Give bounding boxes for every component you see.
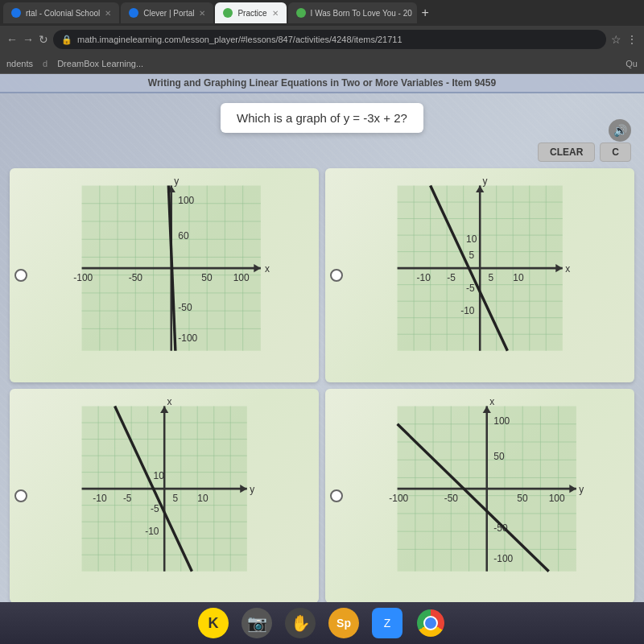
main-content: Writing and Graphing Linear Equations in… bbox=[0, 74, 644, 623]
svg-text:-10: -10 bbox=[93, 493, 107, 504]
clear-button[interactable]: CLEAR bbox=[538, 142, 595, 162]
address-bar[interactable]: 🔒 math.imaginelearning.com/lesson_player… bbox=[53, 30, 606, 49]
radio-a[interactable] bbox=[14, 269, 27, 282]
graph-option-d[interactable]: y x -50 50 100 -100 50 100 -50 -100 bbox=[325, 389, 634, 603]
tab-colonial[interactable]: rtal - Colonial School ✕ bbox=[3, 2, 119, 23]
sp-label: Sp bbox=[336, 617, 351, 630]
tab-close-practice[interactable]: ✕ bbox=[272, 9, 279, 18]
svg-text:100: 100 bbox=[493, 415, 510, 427]
bookmarks-bar: ndents d DreamBox Learning... Qu bbox=[0, 53, 644, 74]
tab-close[interactable]: ✕ bbox=[105, 9, 111, 18]
tab-label: rtal - Colonial School bbox=[26, 9, 100, 18]
svg-text:-100: -100 bbox=[493, 553, 513, 564]
reload-button[interactable]: ↻ bbox=[39, 33, 48, 46]
svg-text:50: 50 bbox=[493, 452, 505, 463]
bookmark-separator: d bbox=[43, 59, 47, 68]
bookmark-dreambox[interactable]: DreamBox Learning... bbox=[57, 59, 143, 68]
svg-text:10: 10 bbox=[466, 233, 477, 245]
speakup-icon[interactable]: Sp bbox=[328, 608, 359, 638]
lesson-title: Writing and Graphing Linear Equations in… bbox=[148, 77, 496, 89]
svg-text:100: 100 bbox=[233, 272, 249, 283]
svg-text:10: 10 bbox=[513, 272, 524, 283]
tab-favicon-practice bbox=[223, 8, 233, 18]
radio-d[interactable] bbox=[330, 489, 343, 502]
graph-option-b[interactable]: x y 5 10 -5 -10 5 10 -5 -10 bbox=[325, 168, 634, 382]
svg-text:-10: -10 bbox=[416, 272, 431, 283]
bookmark-qa[interactable]: Qu bbox=[625, 59, 638, 68]
svg-text:y: y bbox=[482, 179, 487, 187]
address-bar-row: ← → ↻ 🔒 math.imaginelearning.com/lesson_… bbox=[0, 26, 644, 53]
svg-text:-10: -10 bbox=[145, 526, 159, 537]
tab-bar: rtal - Colonial School ✕ Clever | Portal… bbox=[0, 0, 644, 26]
graph-d-svg: y x -50 50 100 -100 50 100 -50 -100 bbox=[349, 399, 611, 592]
tab-label-practice: Practice bbox=[237, 9, 266, 18]
svg-text:-50: -50 bbox=[129, 272, 143, 283]
hand-label: ✋ bbox=[291, 613, 311, 633]
svg-text:x: x bbox=[265, 264, 270, 275]
svg-text:-100: -100 bbox=[389, 493, 408, 504]
svg-text:x: x bbox=[489, 399, 494, 407]
back-button[interactable]: ← bbox=[6, 33, 18, 46]
svg-text:10: 10 bbox=[197, 493, 208, 504]
svg-text:y: y bbox=[250, 485, 254, 496]
tab-practice[interactable]: Practice ✕ bbox=[215, 2, 286, 23]
graph-option-a[interactable]: x y -50 50 100 -100 60 100 -50 -100 bbox=[10, 168, 319, 382]
graph-b-svg: x y 5 10 -5 -10 5 10 -5 -10 bbox=[349, 179, 611, 371]
new-tab-button[interactable]: + bbox=[419, 6, 432, 20]
svg-text:x: x bbox=[167, 399, 171, 407]
tab-label-clever: Clever | Portal bbox=[143, 9, 194, 18]
svg-text:-50: -50 bbox=[444, 493, 459, 504]
menu-icon[interactable]: ⋮ bbox=[626, 33, 638, 46]
svg-text:100: 100 bbox=[548, 493, 564, 504]
kahoot-icon[interactable]: K bbox=[198, 608, 229, 638]
svg-text:-50: -50 bbox=[178, 302, 192, 313]
svg-text:10: 10 bbox=[153, 470, 164, 481]
svg-text:50: 50 bbox=[201, 272, 213, 283]
forward-button[interactable]: → bbox=[23, 33, 34, 46]
check-button[interactable]: C bbox=[600, 142, 631, 162]
browser-chrome: rtal - Colonial School ✕ Clever | Portal… bbox=[0, 0, 644, 74]
svg-text:-5: -5 bbox=[123, 493, 132, 504]
svg-text:100: 100 bbox=[178, 195, 194, 206]
lesson-header: Writing and Graphing Linear Equations in… bbox=[0, 74, 644, 93]
star-icon[interactable]: ☆ bbox=[611, 33, 621, 46]
hand-taskbar-icon[interactable]: ✋ bbox=[285, 608, 316, 638]
svg-text:y: y bbox=[579, 485, 584, 496]
question-container: Which is a graph of y = -3x + 2? bbox=[0, 93, 644, 139]
camera-taskbar-icon[interactable]: 📷 bbox=[242, 608, 272, 638]
bookmark-students[interactable]: ndents bbox=[6, 59, 33, 68]
svg-text:y: y bbox=[174, 179, 179, 187]
svg-text:-100: -100 bbox=[178, 332, 197, 344]
lock-icon: 🔒 bbox=[61, 35, 72, 45]
radio-b[interactable] bbox=[330, 269, 343, 282]
svg-text:60: 60 bbox=[178, 231, 189, 242]
zoom-label: Z bbox=[384, 617, 391, 630]
question-box: Which is a graph of y = -3x + 2? bbox=[221, 103, 423, 133]
chrome-taskbar-icon[interactable] bbox=[415, 608, 446, 638]
tab-close-clever[interactable]: ✕ bbox=[199, 9, 205, 18]
camera-label: 📷 bbox=[247, 613, 267, 633]
tab-youtube[interactable]: I Was Born To Love You - 20 ✕ bbox=[288, 2, 417, 23]
svg-text:-5: -5 bbox=[466, 283, 475, 295]
graph-option-c[interactable]: x y 10 -5 -10 5 10 -5 -10 bbox=[10, 389, 319, 603]
svg-text:5: 5 bbox=[172, 493, 178, 504]
svg-text:5: 5 bbox=[469, 250, 474, 261]
kahoot-label: K bbox=[208, 615, 219, 632]
tab-favicon-yt bbox=[296, 8, 306, 18]
svg-text:-5: -5 bbox=[447, 272, 456, 283]
speaker-icon[interactable]: 🔊 bbox=[609, 119, 631, 142]
tab-favicon bbox=[11, 8, 21, 18]
zoom-taskbar-icon[interactable]: Z bbox=[372, 608, 402, 638]
svg-text:50: 50 bbox=[517, 493, 528, 504]
taskbar: K 📷 ✋ Sp Z bbox=[0, 602, 644, 644]
tab-clever[interactable]: Clever | Portal ✕ bbox=[121, 2, 213, 23]
radio-c[interactable] bbox=[14, 489, 27, 502]
svg-text:-5: -5 bbox=[151, 504, 159, 515]
svg-text:-10: -10 bbox=[460, 305, 475, 316]
svg-text:5: 5 bbox=[488, 272, 493, 283]
tab-favicon-clever bbox=[129, 8, 138, 18]
tab-label-yt: I Was Born To Love You - 20 bbox=[311, 9, 412, 18]
svg-text:x: x bbox=[565, 264, 570, 275]
address-text: math.imaginelearning.com/lesson_player/#… bbox=[77, 35, 402, 44]
svg-text:-100: -100 bbox=[73, 272, 93, 283]
